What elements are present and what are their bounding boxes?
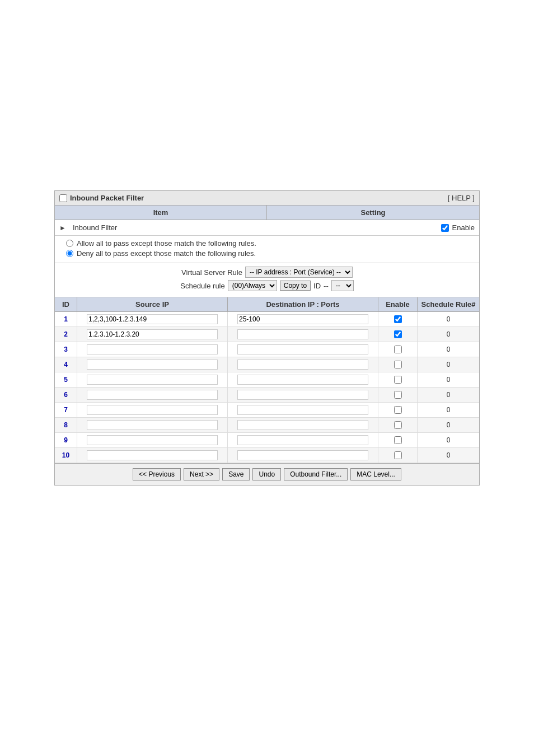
dest-ip-input[interactable] (237, 405, 368, 415)
td-source-ip (77, 342, 228, 357)
enable-row-checkbox[interactable] (394, 406, 402, 414)
th-dest-ip: Destination IP : Ports (228, 297, 378, 311)
td-enable (378, 448, 418, 463)
td-schedule-rule: 0 (418, 433, 479, 447)
td-enable (378, 433, 418, 447)
dest-ip-input[interactable] (237, 360, 368, 370)
virtual-rule-section: Virtual Server Rule -- IP address : Port… (55, 263, 479, 297)
td-source-ip (77, 388, 228, 402)
td-source-ip (77, 372, 228, 387)
radio-allow-label: Allow all to pass except those match the… (77, 239, 256, 248)
copy-to-button[interactable]: Copy to (280, 281, 311, 291)
undo-button[interactable]: Undo (252, 468, 281, 480)
td-source-ip (77, 327, 228, 342)
td-id: 9 (55, 433, 77, 447)
enable-row-checkbox[interactable] (394, 346, 402, 353)
source-ip-input[interactable] (87, 344, 218, 354)
table-header: ID Source IP Destination IP : Ports Enab… (55, 297, 479, 312)
panel-collapse-checkbox[interactable] (59, 194, 67, 202)
td-enable (378, 357, 418, 372)
enable-row-checkbox[interactable] (394, 315, 402, 323)
virtual-server-row: Virtual Server Rule -- IP address : Port… (59, 267, 475, 278)
dest-ip-input[interactable] (237, 435, 368, 445)
save-button[interactable]: Save (222, 468, 250, 480)
enable-row-checkbox[interactable] (394, 376, 402, 384)
dest-ip-input[interactable] (237, 344, 368, 354)
source-ip-input[interactable] (87, 420, 218, 430)
dest-ip-input[interactable] (237, 390, 368, 400)
table-row: 70 (55, 403, 479, 418)
table-row: 50 (55, 372, 479, 388)
td-dest-ip (228, 357, 378, 372)
enable-row-checkbox[interactable] (394, 361, 402, 368)
td-source-ip (77, 433, 228, 447)
prev-button[interactable]: << Previous (133, 468, 181, 480)
source-ip-input[interactable] (87, 390, 218, 400)
schedule-select[interactable]: (00)Always (228, 280, 277, 291)
source-ip-input[interactable] (87, 360, 218, 370)
dest-ip-input[interactable] (237, 450, 368, 460)
td-schedule-rule: 0 (418, 312, 479, 326)
enable-row-checkbox[interactable] (394, 421, 402, 429)
td-id: 1 (55, 312, 77, 326)
source-ip-input[interactable] (87, 329, 218, 339)
td-id: 7 (55, 403, 77, 417)
id-label: ID (313, 282, 321, 290)
radio-allow[interactable] (66, 240, 73, 247)
td-source-ip (77, 448, 228, 463)
mac-level-button[interactable]: MAC Level... (350, 468, 401, 480)
column-headers: Item Setting (55, 206, 479, 220)
td-dest-ip (228, 418, 378, 432)
table-row: 40 (55, 357, 479, 372)
virtual-server-select[interactable]: -- IP address : Port (Service) -- (245, 267, 353, 278)
help-link[interactable]: [ HELP ] (448, 194, 475, 202)
source-ip-input[interactable] (87, 314, 218, 324)
enable-row-checkbox[interactable] (394, 330, 402, 338)
td-schedule-rule: 0 (418, 342, 479, 357)
table-row: 60 (55, 388, 479, 403)
dest-ip-input[interactable] (237, 329, 368, 339)
filter-enable-row: ► Inbound Filter Enable (55, 220, 479, 236)
table-row: 100 (55, 448, 479, 463)
source-ip-input[interactable] (87, 435, 218, 445)
th-id: ID (55, 297, 77, 311)
td-dest-ip (228, 312, 378, 326)
dest-ip-input[interactable] (237, 375, 368, 385)
td-schedule-rule: 0 (418, 372, 479, 387)
td-dest-ip (228, 327, 378, 342)
td-source-ip (77, 312, 228, 326)
source-ip-input[interactable] (87, 375, 218, 385)
td-source-ip (77, 403, 228, 417)
next-button[interactable]: Next >> (184, 468, 219, 480)
td-dest-ip (228, 372, 378, 387)
td-id: 3 (55, 342, 77, 357)
col-setting: Setting (267, 206, 479, 220)
dest-ip-input[interactable] (237, 314, 368, 324)
td-dest-ip (228, 388, 378, 402)
td-id: 2 (55, 327, 77, 342)
radio-deny[interactable] (66, 250, 73, 257)
th-source-ip: Source IP (77, 297, 228, 311)
table-row: 80 (55, 418, 479, 433)
inbound-packet-filter-panel: Inbound Packet Filter [ HELP ] Item Sett… (54, 190, 480, 486)
table-row: 30 (55, 342, 479, 357)
virtual-server-label: Virtual Server Rule (181, 268, 242, 277)
th-schedule-rule: Schedule Rule# (418, 297, 479, 311)
enable-row-checkbox[interactable] (394, 436, 402, 444)
schedule-rule-row: Schedule rule (00)Always Copy to ID -- -… (59, 280, 475, 291)
td-schedule-rule: 0 (418, 418, 479, 432)
source-ip-input[interactable] (87, 450, 218, 460)
td-source-ip (77, 357, 228, 372)
radio-deny-row: Deny all to pass except those match the … (66, 249, 468, 258)
td-enable (378, 388, 418, 402)
dest-ip-input[interactable] (237, 420, 368, 430)
enable-row-checkbox[interactable] (394, 451, 402, 459)
enable-checkbox[interactable] (441, 224, 449, 232)
id-select[interactable]: -- 1234 5678 910 (331, 280, 354, 291)
filter-label: Inbound Filter (73, 223, 438, 232)
table-body: 102030405060708090100 (55, 312, 479, 463)
td-dest-ip (228, 448, 378, 463)
enable-row-checkbox[interactable] (394, 391, 402, 399)
outbound-filter-button[interactable]: Outbound Filter... (284, 468, 348, 480)
source-ip-input[interactable] (87, 405, 218, 415)
